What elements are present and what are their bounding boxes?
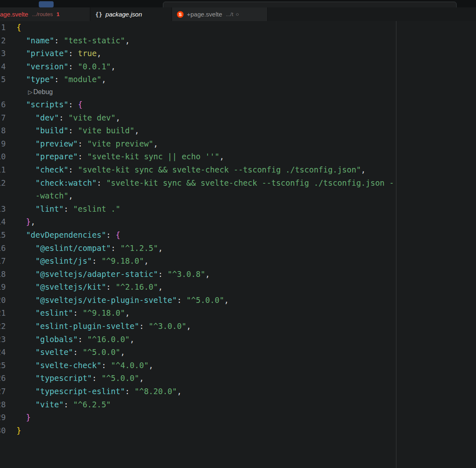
code-token: , (177, 387, 181, 396)
code-line[interactable]: 1{ (0, 21, 476, 34)
tab-page-svelte-routes[interactable]: age.svelte .../routes 1 (0, 7, 90, 21)
code-line[interactable]: 5 "type": "module", (0, 73, 476, 86)
code-token: , (158, 243, 163, 253)
code-token: , (101, 75, 106, 84)
code-line[interactable]: 28 "vite": "^6.2.5" (0, 398, 476, 411)
code-line[interactable]: 24 "svelte": "^5.0.0", (0, 346, 476, 359)
code-token: , (130, 335, 134, 344)
code-token: : (78, 152, 87, 161)
code-token: { (78, 100, 82, 109)
line-number: 4 (0, 60, 6, 73)
code-area[interactable]: 1{2 "name": "test-static",3 "private": t… (0, 21, 476, 437)
code-line[interactable]: 15 "devDependencies": { (0, 229, 476, 242)
code-token: : (73, 347, 82, 357)
line-number: 10 (0, 150, 6, 163)
code-token: "private" (26, 49, 68, 58)
code-token (16, 335, 35, 344)
code-token: : (68, 62, 78, 71)
code-line[interactable]: 8 "build": "vite build", (0, 124, 476, 137)
code-line[interactable]: 11 "check": "svelte-kit sync && svelte-c… (0, 163, 476, 177)
code-line-content: "eslint": "^9.18.0", (16, 307, 130, 320)
codelens-row: ▷Debug (0, 86, 476, 98)
code-token: "svelte-kit sync && svelte-check --tscon… (78, 165, 361, 174)
code-token: , (125, 308, 130, 317)
code-token: , (120, 347, 125, 357)
code-token (16, 139, 35, 148)
code-line[interactable]: 23 "globals": "^16.0.0", (0, 333, 476, 346)
code-line[interactable]: 6 "scripts": { (0, 98, 476, 111)
code-token: "^3.0.0" (148, 321, 186, 331)
code-line[interactable]: 18 "@sveltejs/adapter-static": "^3.0.8", (0, 268, 476, 281)
code-token: , (31, 217, 35, 226)
tab-page-svelte-todos[interactable]: S +page.svelte .../t ○ (172, 7, 268, 21)
code-line[interactable]: 29 } (0, 411, 476, 424)
code-token (16, 295, 35, 305)
code-line[interactable]: 14 }, (0, 215, 476, 229)
line-number: 25 (0, 359, 6, 372)
tab-package-json[interactable]: {} package.json (90, 7, 172, 21)
line-number: 17 (0, 255, 6, 268)
command-center[interactable] (163, 2, 457, 7)
code-line-content: }, (16, 215, 35, 229)
tab-label: age.svelte (0, 11, 28, 18)
tab-label: package.json (106, 11, 142, 18)
code-line[interactable]: 30} (0, 424, 476, 437)
code-line[interactable]: 26 "typescript": "^5.0.0", (0, 372, 476, 385)
code-line[interactable]: 10 "prepare": "svelte-kit sync || echo '… (0, 150, 476, 163)
code-token: , (139, 373, 144, 383)
code-line-content: "version": "0.0.1", (16, 60, 115, 73)
code-line-content: "eslint-plugin-svelte": "^3.0.0", (16, 320, 191, 333)
code-token (16, 100, 26, 109)
code-token: , (97, 49, 101, 58)
code-line[interactable]: 16 "@eslint/compat": "^1.2.5", (0, 242, 476, 255)
code-line-content: "scripts": { (16, 98, 82, 111)
code-line[interactable]: 17 "@eslint/js": "^9.18.0", (0, 255, 476, 268)
code-line-content: "dev": "vite dev", (16, 111, 120, 125)
code-token: : (97, 178, 106, 187)
code-token: "preview" (35, 139, 78, 148)
code-line-content: -watch", (16, 189, 73, 203)
code-token: -watch" (35, 191, 68, 200)
code-token: } (16, 426, 21, 435)
code-line[interactable]: 3 "private": true, (0, 47, 476, 60)
code-line[interactable]: 7 "dev": "vite dev", (0, 111, 476, 125)
code-token: "build" (35, 126, 68, 135)
code-line[interactable]: 9 "preview": "vite preview", (0, 137, 476, 151)
code-token: : (68, 100, 78, 109)
code-token: "@sveltejs/kit" (35, 282, 106, 291)
code-token: true (78, 49, 97, 58)
code-token: "^5.0.0" (82, 347, 120, 357)
code-line[interactable]: 2 "name": "test-static", (0, 34, 476, 47)
line-number: 23 (0, 333, 6, 346)
code-token: "^4.0.0" (111, 361, 149, 370)
code-token: : (111, 243, 120, 253)
code-line[interactable]: 25 "svelte-check": "^4.0.0", (0, 359, 476, 372)
code-line-content: "type": "module", (16, 73, 106, 86)
code-token: , (68, 191, 73, 200)
code-line[interactable]: 20 "@sveltejs/vite-plugin-svelte": "^5.0… (0, 294, 476, 307)
code-token: "^6.2.5" (73, 400, 111, 409)
code-line[interactable]: 22 "eslint-plugin-svelte": "^3.0.0", (0, 320, 476, 333)
code-line[interactable]: 4 "version": "0.0.1", (0, 60, 476, 73)
code-line[interactable]: 13 "lint": "eslint ." (0, 203, 476, 216)
codelens-debug-link[interactable]: ▷Debug (28, 85, 53, 99)
modified-dot-icon: ○ (236, 11, 239, 17)
code-token (16, 308, 35, 317)
code-line[interactable]: 12 "check:watch": "svelte-kit sync && sv… (0, 177, 476, 190)
line-number: 2 (0, 34, 6, 47)
code-token (16, 256, 35, 265)
code-token (16, 165, 35, 174)
code-token: : (92, 373, 101, 383)
line-number: 13 (0, 203, 6, 216)
code-token: "eslint" (35, 308, 73, 317)
code-token (16, 152, 35, 161)
code-token: "globals" (35, 335, 78, 344)
code-line[interactable]: -watch", (0, 189, 476, 203)
code-line[interactable]: 21 "eslint": "^9.18.0", (0, 307, 476, 320)
code-line[interactable]: 19 "@sveltejs/kit": "^2.16.0", (0, 281, 476, 294)
code-editor[interactable]: 1{2 "name": "test-static",3 "private": t… (0, 21, 476, 468)
code-token: "0.0.1" (78, 62, 111, 71)
code-token: "typescript-eslint" (35, 387, 125, 396)
code-token: : (125, 387, 134, 396)
code-line[interactable]: 27 "typescript-eslint": "^8.20.0", (0, 385, 476, 398)
